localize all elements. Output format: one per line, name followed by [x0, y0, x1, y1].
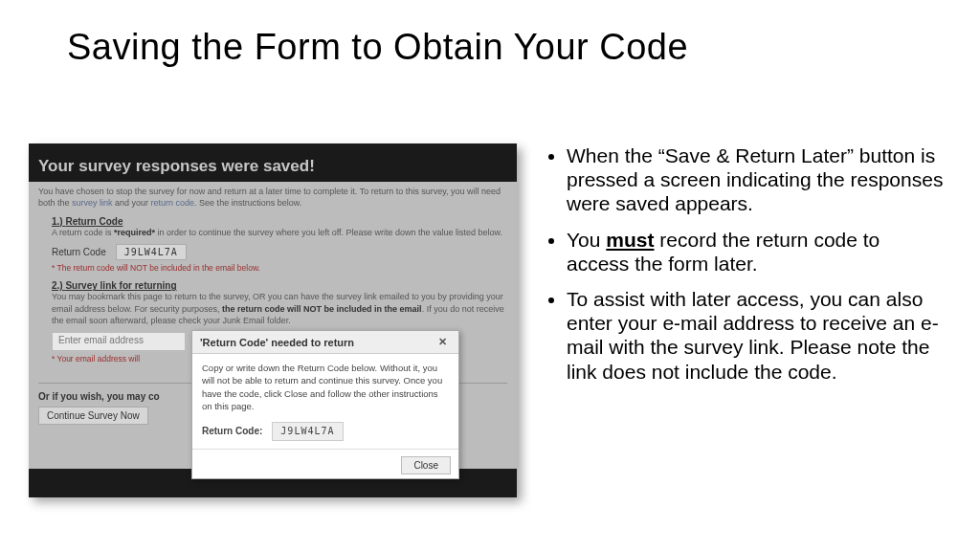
sec1-text: A return code is *required* in order to … — [52, 227, 507, 238]
section-1-heading: 1.) Return Code — [52, 216, 507, 227]
dialog-body: Copy or write down the Return Code below… — [192, 354, 458, 449]
b2-a: You — [567, 229, 606, 251]
bullet-list: When the “Save & Return Later” button is… — [546, 143, 947, 395]
section-1: 1.) Return Code A return code is *requir… — [38, 216, 507, 273]
return-code-row: Return Code J9LW4L7A — [52, 244, 507, 260]
dialog-text: Copy or write down the Return Code below… — [202, 362, 449, 412]
intro-mid: and your — [113, 198, 151, 208]
dialog-rc-label: Return Code: — [202, 425, 262, 438]
return-code-value: J9LW4L7A — [116, 244, 187, 260]
dialog-title: 'Return Code' needed to return — [200, 337, 354, 348]
intro-link-code: return code — [151, 198, 195, 208]
sec1-title: Return Code — [65, 216, 122, 227]
close-icon[interactable]: ✕ — [434, 336, 451, 348]
intro-text: You have chosen to stop the survey for n… — [38, 186, 507, 209]
screenshot-figure: Your survey responses were saved! You ha… — [29, 143, 517, 497]
dialog-return-code-row: Return Code: J9LW4L7A — [202, 422, 449, 441]
close-button[interactable]: Close — [401, 456, 451, 474]
bullet-1: When the “Save & Return Later” button is… — [567, 143, 947, 216]
bullet-3: To assist with later access, you can als… — [567, 287, 947, 384]
sec1-b: in order to continue the survey where yo… — [155, 228, 502, 237]
intro-link-survey: survey link — [72, 198, 113, 208]
slide: Saving the Form to Obtain Your Code Your… — [0, 0, 980, 551]
dialog-footer: Close — [192, 449, 458, 478]
sec1-a: A return code is — [52, 228, 114, 237]
sec2-title: Survey link for returning — [65, 280, 176, 291]
section-2-heading: 2.) Survey link for returning — [52, 280, 507, 291]
dialog-header: 'Return Code' needed to return ✕ — [192, 331, 458, 354]
email-input[interactable]: Enter email address — [52, 332, 186, 351]
screenshot-top-bar — [29, 143, 517, 153]
screenshot: Your survey responses were saved! You ha… — [29, 143, 517, 497]
page-title: Saving the Form to Obtain Your Code — [67, 27, 688, 68]
sec1-num: 1.) — [52, 216, 65, 227]
sec2-text: You may bookmark this page to return to … — [52, 291, 507, 325]
dialog-rc-value: J9LW4L7A — [272, 422, 343, 441]
b2-must: must — [606, 229, 654, 251]
sec2-bold: the return code will NOT be included in … — [222, 304, 422, 314]
sec1-required: *required* — [114, 228, 155, 237]
return-code-warning: * The return code will NOT be included i… — [52, 263, 507, 273]
continue-survey-button[interactable]: Continue Survey Now — [38, 407, 148, 425]
intro-b: . See the instructions below. — [194, 198, 301, 208]
bullet-2: You must record the return code to acces… — [567, 228, 947, 276]
return-code-dialog: 'Return Code' needed to return ✕ Copy or… — [191, 330, 459, 479]
saved-heading: Your survey responses were saved! — [29, 153, 517, 182]
sec2-num: 2.) — [52, 280, 65, 291]
return-code-label: Return Code — [52, 247, 106, 257]
